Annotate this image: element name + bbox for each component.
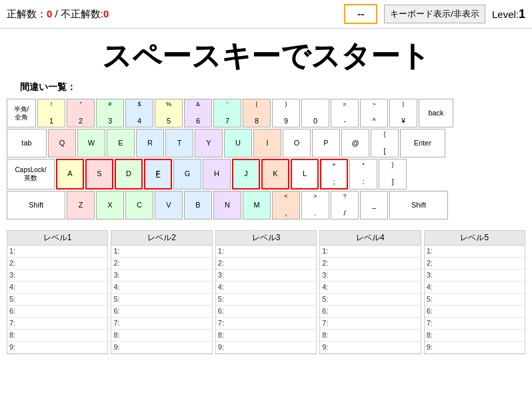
level-row: 8: [320, 330, 420, 342]
key-j[interactable]: J [232, 159, 260, 189]
level-row-num: 9: [9, 343, 23, 351]
key-t[interactable]: T [165, 129, 193, 157]
key-p[interactable]: P [312, 129, 340, 157]
key-shift-left[interactable]: Shift [7, 191, 65, 220]
key-g[interactable]: G [173, 159, 201, 189]
level-row: 8: [216, 330, 316, 342]
level-row-num: 2: [9, 259, 23, 267]
key-d[interactable]: D [115, 159, 143, 189]
level-row: 9: [7, 342, 107, 354]
level-row: 2: [216, 258, 316, 270]
key-capslock[interactable]: CapsLock/英数 [7, 159, 55, 189]
key-l[interactable]: L [291, 159, 319, 189]
key-e[interactable]: E [107, 129, 135, 157]
key-2[interactable]: "2 [67, 99, 95, 127]
level-row-num: 4: [113, 283, 127, 291]
key-semicolon[interactable]: +; [320, 159, 348, 189]
level-row: 3: [320, 270, 420, 282]
level-row: 9: [320, 342, 420, 354]
key-colon[interactable]: *: [349, 159, 377, 189]
key-w[interactable]: W [77, 129, 105, 157]
level-row-num: 8: [218, 331, 231, 339]
key-5[interactable]: %5 [155, 99, 183, 127]
incorrect-value: 0 [103, 8, 109, 19]
key-o[interactable]: O [283, 129, 311, 157]
level-row: 1: [7, 246, 107, 258]
level-row-num: 1: [9, 247, 23, 255]
level-row-num: 5: [218, 295, 231, 303]
level-row-num: 1: [427, 247, 440, 255]
level-row-num: 4: [218, 283, 231, 291]
key-period[interactable]: >. [301, 191, 329, 220]
level-row-num: 6: [218, 307, 231, 315]
key-caret[interactable]: ~^ [360, 99, 388, 127]
incorrect-label: 不正解数: [61, 8, 103, 19]
key-b[interactable]: B [184, 191, 212, 220]
level-row-num: 9: [427, 343, 440, 351]
key-z[interactable]: Z [67, 191, 95, 220]
key-s[interactable]: S [85, 159, 113, 189]
level-col-1: レベル11:2:3:4:5:6:7:8:9: [7, 230, 108, 354]
level-row: 6: [216, 306, 316, 318]
level-row: 7: [425, 318, 525, 330]
key-i[interactable]: I [253, 129, 281, 157]
level-header-5: レベル5 [425, 231, 525, 246]
level-row: 4: [216, 282, 316, 294]
main-title: スペースキーでスタート [0, 37, 532, 76]
key-enter[interactable]: Enter [400, 129, 445, 157]
key-n[interactable]: N [213, 191, 241, 220]
key-shift-right[interactable]: Shift [389, 191, 448, 220]
key-8[interactable]: (8 [243, 99, 271, 127]
key-yen[interactable]: |¥ [389, 99, 417, 127]
key-x[interactable]: X [96, 191, 124, 220]
level-row-num: 7: [427, 319, 440, 327]
key-h[interactable]: H [203, 159, 231, 189]
level-row-num: 4: [322, 283, 335, 291]
keyboard-section: 半角/全角 !1 "2 #3 $4 %5 &6 '7 (8 )9 0 =- ~^… [0, 96, 532, 224]
key-f[interactable]: F [144, 159, 172, 189]
key-9[interactable]: )9 [272, 99, 300, 127]
level-row: 6: [425, 306, 525, 318]
key-slash[interactable]: ?/ [331, 191, 359, 220]
key-v[interactable]: V [155, 191, 183, 220]
key-at[interactable]: @ [341, 129, 369, 157]
level-row: 5: [425, 294, 525, 306]
level-row: 1: [320, 246, 420, 258]
level-row-num: 3: [427, 271, 440, 279]
key-comma[interactable]: <, [272, 191, 300, 220]
key-c[interactable]: C [125, 191, 153, 220]
key-q[interactable]: Q [48, 129, 76, 157]
key-3[interactable]: #3 [96, 99, 124, 127]
level-row-num: 8: [113, 331, 127, 339]
key-back[interactable]: back [419, 99, 453, 127]
keyboard-row-2: CapsLock/英数 A S D F G H J K L +; *: }] [7, 159, 525, 189]
key-minus[interactable]: =- [331, 99, 359, 127]
key-6[interactable]: &6 [184, 99, 212, 127]
key-0[interactable]: 0 [301, 99, 329, 127]
key-bracket-close[interactable]: }] [379, 159, 407, 189]
keyboard-row-1: tab Q W E R T Y U I O P @ {[ Enter [7, 129, 525, 157]
level-row: 1: [111, 246, 211, 258]
key-hankaku[interactable]: 半角/全角 [7, 99, 36, 127]
key-a[interactable]: A [56, 159, 84, 189]
level-display: Level:1 [492, 7, 525, 21]
key-u[interactable]: U [224, 129, 252, 157]
key-tab[interactable]: tab [7, 129, 47, 157]
level-row-num: 2: [218, 259, 231, 267]
key-4[interactable]: $4 [125, 99, 153, 127]
key-bracket-open[interactable]: {[ [371, 129, 399, 157]
level-header-2: レベル2 [111, 231, 211, 246]
key-r[interactable]: R [136, 129, 164, 157]
level-row: 3: [425, 270, 525, 282]
key-y[interactable]: Y [195, 129, 223, 157]
level-row-num: 1: [113, 247, 127, 255]
key-7[interactable]: '7 [213, 99, 241, 127]
keyboard-toggle-button[interactable]: キーボード表示/非表示 [384, 5, 485, 23]
key-k[interactable]: K [261, 159, 289, 189]
correct-label: 正解数： [7, 8, 47, 19]
level-row: 5: [216, 294, 316, 306]
key-1[interactable]: !1 [37, 99, 65, 127]
key-underscore[interactable]: _ [360, 191, 388, 220]
level-row: 5: [7, 294, 107, 306]
key-m[interactable]: M [243, 191, 271, 220]
